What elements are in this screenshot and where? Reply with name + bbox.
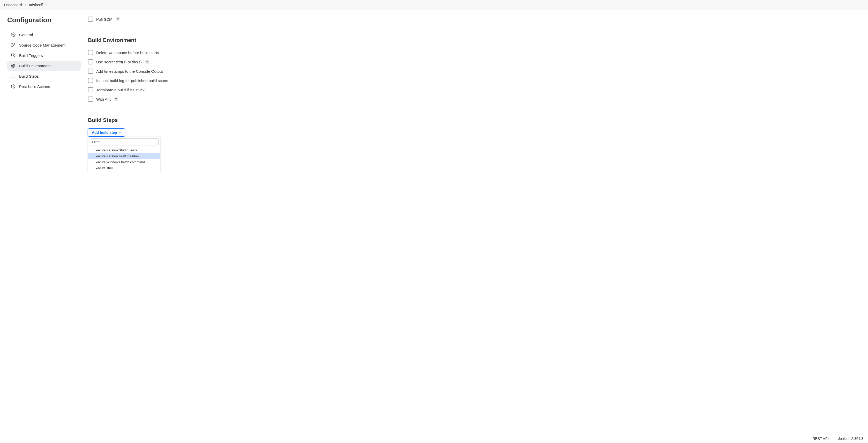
env-label: Terminate a build if it's stuck (96, 88, 145, 92)
sidebar-item-label: Build Environment (19, 64, 51, 68)
env-label: Delete workspace before build starts (96, 51, 159, 55)
env-checkbox-timestamps[interactable] (88, 68, 93, 74)
dropdown-list: Execute Katalon Studio TestsExecute Kata… (88, 147, 160, 173)
env-checkbox-secret-texts[interactable] (88, 59, 93, 64)
build-steps-heading: Build Steps (88, 117, 425, 123)
help-icon[interactable]: ? (145, 60, 150, 64)
svg-point-1 (12, 43, 13, 45)
history-icon (11, 53, 16, 58)
env-row-timestamps: Add timestamps to the Console Output (88, 66, 425, 76)
add-build-step-label: Add build step (92, 130, 117, 135)
list-icon (11, 74, 16, 79)
sidebar-item-build-steps[interactable]: Build Steps (7, 71, 81, 81)
env-row-inspect-log: Inspect build log for published build sc… (88, 76, 425, 85)
poll-scm-checkbox[interactable] (88, 17, 93, 22)
sidebar-item-post-build[interactable]: Post-build Actions (7, 82, 81, 91)
filter-input[interactable] (90, 139, 159, 145)
poll-scm-label: Poll SCM (96, 17, 113, 22)
breadcrumb-item-dashboard[interactable]: Dashboard (4, 3, 22, 7)
sidebar-item-label: Source Code Management (19, 43, 65, 47)
dropdown-item[interactable]: Execute shell (88, 165, 160, 171)
sidebar-nav: General Source Code Management Build Tri… (7, 30, 81, 91)
env-label: Use secret text(s) or file(s) (96, 60, 142, 64)
sidebar-item-build-environment[interactable]: Build Environment (7, 61, 81, 71)
svg-point-8 (12, 75, 12, 75)
sidebar-item-general[interactable]: General (7, 30, 81, 39)
help-icon[interactable]: ? (116, 17, 120, 22)
env-row-with-ant: With Ant ? (88, 94, 425, 104)
sidebar-item-label: Post-build Actions (19, 84, 50, 89)
page-title: Configuration (7, 16, 81, 24)
build-environment-heading: Build Environment (88, 37, 425, 43)
sidebar: Configuration General Source Code Manage… (0, 10, 81, 173)
help-icon[interactable]: ? (114, 97, 119, 101)
add-build-step-dropdown: Execute Katalon Studio TestsExecute Kata… (88, 137, 160, 173)
add-build-step-button[interactable]: Add build step (88, 128, 125, 137)
env-row-terminate: Terminate a build if it's stuck (88, 85, 425, 94)
env-row-delete-workspace: Delete workspace before build starts (88, 48, 425, 57)
chevron-right-icon (45, 3, 48, 6)
package-icon (11, 84, 16, 89)
svg-point-9 (12, 76, 12, 76)
svg-point-3 (14, 43, 15, 45)
env-label: With Ant (96, 97, 111, 101)
env-checkbox-inspect-log[interactable] (88, 78, 93, 83)
sidebar-item-label: Build Triggers (19, 53, 43, 58)
sidebar-item-label: General (19, 33, 33, 37)
breadcrumb: Dashboard adsfasdf (0, 0, 868, 10)
svg-point-2 (12, 46, 13, 47)
section-divider (88, 31, 425, 31)
dropdown-item[interactable]: Execute Katalon Studio Tests (88, 147, 160, 153)
section-divider (88, 111, 425, 111)
sidebar-item-scm[interactable]: Source Code Management (7, 40, 81, 50)
dropdown-item[interactable]: Execute Windows batch command (88, 159, 160, 165)
env-row-secret-texts: Use secret text(s) or file(s) ? (88, 57, 425, 66)
caret-up-icon (119, 132, 121, 133)
env-checkbox-terminate[interactable] (88, 87, 93, 92)
env-checkbox-delete-workspace[interactable] (88, 50, 93, 55)
sidebar-item-label: Build Steps (19, 74, 39, 79)
dropdown-item[interactable]: Invoke Ant (88, 171, 160, 173)
poll-scm-row: Poll SCM ? (88, 14, 425, 24)
chevron-right-icon (24, 3, 27, 6)
globe-icon (11, 63, 16, 68)
git-branch-icon (11, 43, 16, 47)
svg-point-10 (12, 77, 12, 78)
dropdown-item[interactable]: Execute Katalon TestOps Plan (88, 153, 160, 159)
sidebar-item-triggers[interactable]: Build Triggers (7, 51, 81, 60)
breadcrumb-item-project[interactable]: adsfasdf (29, 3, 43, 7)
env-label: Add timestamps to the Console Output (96, 69, 163, 73)
env-checkbox-with-ant[interactable] (88, 96, 93, 102)
svg-point-0 (13, 34, 14, 35)
env-label: Inspect build log for published build sc… (96, 79, 168, 83)
gear-icon (11, 32, 16, 37)
main-content: Poll SCM ? Build Environment Delete work… (81, 10, 432, 173)
